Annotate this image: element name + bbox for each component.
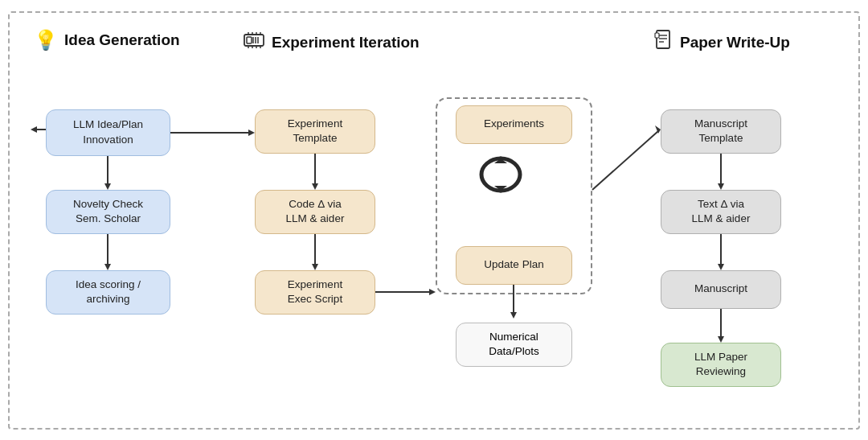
node-text-delta: Text Δ via LLM & aider [661,190,781,234]
entry-arrow [31,126,37,133]
node-novelty-check: Novelty Check Sem. Scholar [46,190,170,234]
svg-marker-27 [718,264,724,270]
svg-marker-25 [655,125,661,134]
node-code-delta: Code Δ via LLM & aider [255,190,375,234]
svg-rect-1 [247,37,252,43]
svg-marker-22 [312,264,318,270]
refresh-icon [477,150,525,197]
svg-marker-26 [718,183,724,190]
section-header-paper: Paper Write-Up [653,29,790,56]
svg-marker-28 [718,336,724,343]
lightbulb-icon: 💡 [34,29,58,51]
diagram-container: 💡 Idea Generation [8,11,860,430]
node-update-plan: Update Plan [456,246,572,285]
node-llm-idea: LLM Idea/Plan Innovation [46,109,170,156]
experiment-iteration-label: Experiment Iteration [272,34,420,51]
idea-generation-label: Idea Generation [64,31,180,49]
svg-marker-20 [248,130,255,136]
node-llm-reviewing: LLM Paper Reviewing [661,343,781,387]
svg-marker-23 [429,289,436,295]
node-manuscript-template: Manuscript Template [661,109,781,154]
node-idea-scoring: Idea scoring / archiving [46,270,170,315]
svg-marker-24 [510,312,517,319]
svg-marker-19 [104,264,111,270]
refresh-icon-container [473,148,529,200]
svg-rect-17 [655,33,659,38]
diagram-inner: 💡 Idea Generation [18,21,850,420]
arrow-to-n10 [592,131,658,190]
node-exec-script: Experiment Exec Script [255,270,375,315]
svg-marker-21 [312,183,318,190]
node-experiments: Experiments [456,105,572,144]
node-manuscript: Manuscript [661,270,781,309]
section-header-idea: 💡 Idea Generation [34,29,180,51]
node-numerical-data: Numerical Data/Plots [456,323,572,367]
svg-marker-18 [104,183,111,190]
section-header-experiment: Experiment Iteration [243,29,420,56]
gpu-icon [243,29,265,56]
paper-icon [653,29,674,56]
paper-writeup-label: Paper Write-Up [680,34,790,51]
node-experiment-template: Experiment Template [255,109,375,154]
